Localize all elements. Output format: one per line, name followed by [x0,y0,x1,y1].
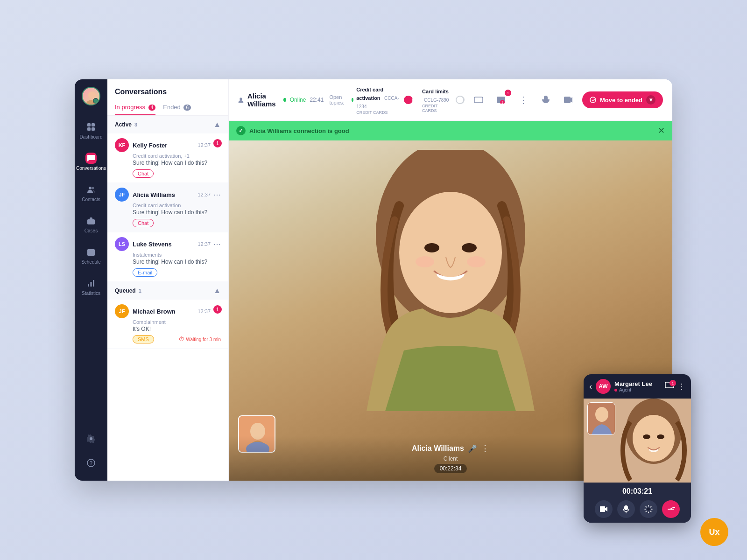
marg-name: Margaret Lee [614,380,661,387]
sidebar-item-contacts[interactable]: Contacts [75,179,107,207]
svg-rect-8 [87,219,95,224]
chat-icon [85,153,97,164]
conv-item-michael[interactable]: JF Michael Brown 12:37 ⋯ Complainment It… [107,300,228,349]
ux-badge: Ux [700,518,728,546]
tab-in-progress[interactable]: In progress 4 [115,100,155,115]
svg-point-39 [647,508,650,511]
sidebar-item-label: Cases [85,228,98,233]
marg-video-area [584,399,691,483]
svg-point-33 [633,415,675,462]
queued-section-header: Queued 1 ▲ [107,282,228,300]
svg-rect-40 [668,509,674,510]
conv-message-alicia: Sure thing! How can I do this? [133,209,221,216]
mic-btn[interactable] [537,91,554,108]
marg-timer: 00:03:21 [589,487,685,496]
connection-text: ✓ Alicia Williams connection is good [236,126,349,135]
marg-video-btn[interactable] [595,500,613,518]
video-more-icon[interactable]: ⋮ [481,443,489,454]
svg-point-0 [88,91,96,99]
svg-point-26 [467,256,486,267]
conv-time-luke: 12:37 [197,241,211,247]
svg-point-1 [86,100,98,105]
conv-time-kelly: 12:37 [197,142,211,148]
marg-screen-share-btn[interactable]: 1 [665,382,674,391]
svg-point-24 [462,243,477,252]
svg-rect-2 [87,123,91,126]
agent-status-dot [614,389,617,392]
conv-subtitle-michael: Complainment [133,319,221,325]
marg-mic-btn[interactable] [617,500,635,518]
marg-info: Margaret Lee Agent [614,380,661,392]
conv-item-luke[interactable]: LS Luke Stevens 12:37 ⋯ Instalements Sur… [107,232,228,282]
svg-point-22 [399,192,502,313]
svg-point-34 [643,434,650,439]
marg-back-btn[interactable]: ‹ [589,382,592,392]
collapse-active-icon[interactable]: ▲ [213,120,221,129]
sidebar-item-dashboard[interactable]: Dashboard [75,117,107,144]
sidebar-item-settings[interactable] [85,428,97,449]
face-illustration [357,150,544,411]
conv-name-michael: Michael Brown [133,308,176,315]
topic1-text: Credit card activation CCCA-1234 CREDIT … [356,85,401,115]
sidebar-item-help[interactable]: ? [85,453,97,473]
conv-tag-luke: E-mail [133,268,157,277]
svg-point-37 [595,407,608,422]
svg-rect-11 [91,282,92,287]
sidebar-item-label: Schedule [81,259,101,265]
marg-gear-icon [644,505,653,513]
conv-more-luke[interactable]: ⋯ [213,240,221,249]
header-topics: Open topics: Credit card activation CCCA… [329,85,465,115]
conv-tag-alicia: Chat [133,219,154,227]
close-banner-icon[interactable]: ✕ [658,126,665,136]
marg-end-call-btn[interactable] [662,500,680,518]
move-to-ended-button[interactable]: Move to ended ▾ [582,91,663,108]
conv-avatar-michael: JF [115,304,129,318]
caller-mic-icon: 🎤 [468,444,477,453]
gear-icon [85,433,97,444]
unread-badge-michael: 1 [213,305,222,314]
sidebar-bottom: ? [85,428,97,473]
move-icon [590,97,596,103]
sidebar-item-conversations[interactable]: Conversations [75,148,107,175]
marg-settings-btn[interactable] [640,500,657,518]
call-duration: 00:22:34 [434,464,467,473]
topic2-text: Card limits CCLG-7890 CREDIT CARDS [422,87,453,113]
header-user-info: Alicia Williams Online 22:41 [238,92,324,108]
sidebar-item-cases[interactable]: Cases [75,210,107,238]
sidebar-item-schedule[interactable]: Schedule [75,242,107,269]
conversations-tabs: In progress 4 Ended 6 [107,96,228,116]
conv-avatar-luke: LS [115,237,129,251]
svg-point-35 [657,434,664,439]
conv-avatar-kelly: KF [115,138,129,152]
svg-rect-12 [93,280,94,287]
sidebar-item-label: Dashboard [80,134,103,140]
conversations-panel: Conversations In progress 4 Ended 6 Acti… [107,79,229,481]
app-container: Dashboard Conversations Contacts [75,79,672,481]
queued-section-title: Queued 1 [115,287,141,294]
video-btn[interactable] [560,91,577,108]
active-section-title: Active 3 [115,121,137,128]
topic2-toggle[interactable] [456,96,465,104]
conv-time-alicia: 12:37 [197,192,211,197]
conv-avatar-alicia: JF [115,188,129,202]
tab-ended[interactable]: Ended 6 [163,100,191,115]
screen-btn[interactable] [470,91,487,108]
more-btn[interactable]: ⋮ [515,91,532,108]
marg-phone-end-icon [667,505,675,513]
conv-more-alicia[interactable]: ⋯ [213,190,221,199]
svg-point-23 [424,243,439,252]
collapse-queued-icon[interactable]: ▲ [213,287,221,295]
topic1-toggle[interactable] [404,96,413,104]
conv-subtitle-luke: Instalements [133,252,221,258]
transfer-btn[interactable]: 1 1 [493,91,509,108]
conv-item-kelly[interactable]: KF Kelly Foster 12:37 ⋯ Credit card acti… [107,133,228,183]
marg-more-btn[interactable]: ⋮ [678,382,685,391]
sidebar: Dashboard Conversations Contacts [75,79,107,481]
conv-time-michael: 12:37 [197,308,211,314]
conv-item-alicia[interactable]: JF Alicia Williams 12:37 ⋯ Credit card a… [107,183,228,232]
svg-point-25 [416,256,434,267]
transfer-badge: 1 [505,90,511,96]
svg-rect-17 [474,97,483,103]
conv-tag-kelly: Chat [133,169,154,178]
sidebar-item-statistics[interactable]: Statistics [75,273,107,301]
